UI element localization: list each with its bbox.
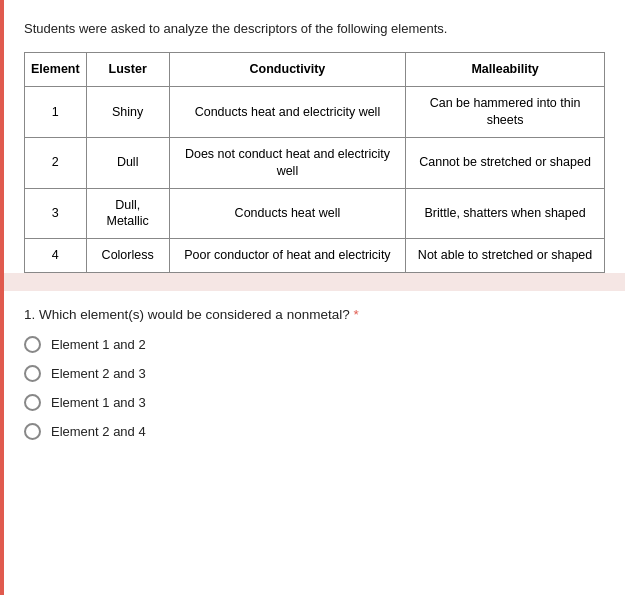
table-row: 3Dull, MetallicConducts heat wellBrittle… [25,188,605,239]
cell-element-3: 3 [25,188,87,239]
table-row: 1ShinyConducts heat and electricity well… [25,87,605,138]
radio-circle [24,336,41,353]
radio-options-container: Element 1 and 2Element 2 and 3Element 1 … [24,336,605,440]
radio-circle [24,365,41,382]
cell-conductivity-2: Does not conduct heat and electricity we… [169,137,405,188]
cell-element-4: 4 [25,239,87,273]
table-row: 4ColorlessPoor conductor of heat and ele… [25,239,605,273]
cell-element-1: 1 [25,87,87,138]
quiz-question-text: 1. Which element(s) would be considered … [24,307,350,322]
col-header-element: Element [25,53,87,87]
radio-option-4[interactable]: Element 2 and 4 [24,423,605,440]
cell-malleability-2: Cannot be stretched or shaped [406,137,605,188]
cell-conductivity-4: Poor conductor of heat and electricity [169,239,405,273]
table-wrapper: Element Luster Conductivity Malleability… [24,52,605,273]
radio-option-2[interactable]: Element 2 and 3 [24,365,605,382]
cell-luster-1: Shiny [86,87,169,138]
radio-option-1[interactable]: Element 1 and 2 [24,336,605,353]
quiz-section: 1. Which element(s) would be considered … [24,307,605,440]
col-header-luster: Luster [86,53,169,87]
intro-text: Students were asked to analyze the descr… [24,20,605,38]
radio-label: Element 2 and 3 [51,366,146,381]
cell-conductivity-3: Conducts heat well [169,188,405,239]
col-header-malleability: Malleability [406,53,605,87]
quiz-question: 1. Which element(s) would be considered … [24,307,605,322]
cell-luster-4: Colorless [86,239,169,273]
col-header-conductivity: Conductivity [169,53,405,87]
section-divider [4,273,625,291]
cell-malleability-1: Can be hammered into thin sheets [406,87,605,138]
radio-circle [24,394,41,411]
cell-luster-2: Dull [86,137,169,188]
cell-malleability-4: Not able to stretched or shaped [406,239,605,273]
radio-label: Element 1 and 3 [51,395,146,410]
cell-conductivity-1: Conducts heat and electricity well [169,87,405,138]
radio-label: Element 1 and 2 [51,337,146,352]
radio-option-3[interactable]: Element 1 and 3 [24,394,605,411]
cell-element-2: 2 [25,137,87,188]
radio-label: Element 2 and 4 [51,424,146,439]
radio-circle [24,423,41,440]
elements-table: Element Luster Conductivity Malleability… [24,52,605,273]
cell-luster-3: Dull, Metallic [86,188,169,239]
table-row: 2DullDoes not conduct heat and electrici… [25,137,605,188]
cell-malleability-3: Brittle, shatters when shaped [406,188,605,239]
page-container: Students were asked to analyze the descr… [0,0,625,595]
required-marker: * [350,307,359,322]
